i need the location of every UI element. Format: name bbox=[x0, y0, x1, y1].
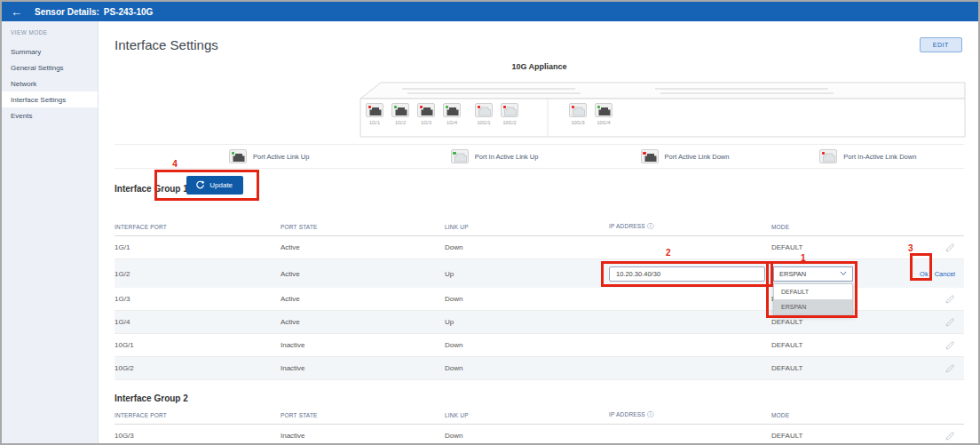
legend-port-inactive-link-up: Port In Active Link Up bbox=[374, 149, 596, 163]
table-row-10g3: 10G/3 Inactive Down DEFAULT bbox=[115, 425, 964, 443]
port-1g3: 1G/3 bbox=[416, 103, 436, 125]
sidebar: VIEW MODE Summary General Settings Netwo… bbox=[2, 21, 99, 443]
port-10g1: 10G/1 bbox=[474, 103, 494, 125]
port-10g3: 10G/3 bbox=[568, 103, 588, 125]
table-row-10g2: 10G/2 Inactive Down DEFAULT bbox=[115, 357, 964, 380]
port-icon bbox=[229, 149, 247, 163]
refresh-icon bbox=[195, 180, 205, 190]
port-cell: 1G/3 bbox=[115, 295, 281, 303]
legend-port-active-link-down: Port Active Link Down bbox=[596, 149, 786, 163]
update-button[interactable]: Update bbox=[186, 176, 243, 195]
ip-address-input[interactable] bbox=[609, 266, 765, 282]
page-title: Interface Settings bbox=[115, 37, 964, 52]
interface-group-2-title: Interface Group 2 bbox=[115, 393, 188, 403]
back-arrow-icon[interactable]: ← bbox=[11, 6, 22, 18]
table-row-1g1: 1G/1 Active Down DEFAULT bbox=[115, 236, 964, 259]
edit-icon[interactable] bbox=[944, 294, 955, 305]
legend-port-active-link-up: Port Active Link Up bbox=[115, 149, 374, 163]
mode-option-erspan[interactable]: ERSPAN bbox=[774, 299, 852, 314]
port-cell: 1G/2 bbox=[115, 270, 281, 278]
table-header: INTERFACE PORT PORT STATE LINK UP IP ADD… bbox=[115, 407, 964, 425]
ok-link[interactable]: Ok bbox=[920, 270, 929, 278]
link-cell: Down bbox=[445, 364, 609, 372]
sidebar-item-interface-settings[interactable]: Interface Settings bbox=[2, 91, 98, 107]
mode-dropdown-options: DEFAULT ERSPAN bbox=[773, 283, 853, 315]
mode-cell: DEFAULT bbox=[771, 318, 902, 326]
state-cell: Inactive bbox=[281, 364, 445, 372]
appliance-title: 10G Appliance bbox=[115, 60, 964, 71]
interface-group-1-title: Interface Group 1 bbox=[115, 184, 188, 194]
port-10g2: 10G/2 bbox=[500, 103, 519, 125]
link-cell: Up bbox=[445, 270, 609, 278]
legend-port-inactive-link-down: Port In-Active Link Down bbox=[785, 149, 964, 163]
edit-icon[interactable] bbox=[944, 317, 955, 328]
port-1g4: 1G/4 bbox=[442, 103, 462, 125]
mode-option-default[interactable]: DEFAULT bbox=[774, 284, 852, 299]
main-content: Interface Settings EDIT 10G Appliance 1G… bbox=[99, 21, 978, 443]
port-icon bbox=[819, 149, 837, 163]
state-cell: Active bbox=[281, 270, 445, 278]
interface-group-1-table: INTERFACE PORT PORT STATE LINK UP IP ADD… bbox=[115, 219, 964, 380]
edit-button[interactable]: EDIT bbox=[920, 37, 962, 52]
port-1g1: 1G/1 bbox=[365, 103, 384, 125]
mode-cell: DEFAULT bbox=[771, 364, 902, 372]
state-cell: Inactive bbox=[281, 432, 445, 440]
view-mode-label: VIEW MODE bbox=[2, 29, 98, 44]
state-cell: Active bbox=[281, 243, 445, 251]
title-bar-label: Sensor Details: bbox=[35, 7, 99, 17]
info-icon[interactable]: ⓘ bbox=[647, 222, 654, 230]
port-cell: 10G/2 bbox=[115, 364, 281, 372]
edit-icon[interactable] bbox=[944, 363, 955, 374]
chevron-down-icon bbox=[840, 271, 847, 276]
link-cell: Down bbox=[445, 341, 609, 349]
edit-icon[interactable] bbox=[944, 340, 955, 351]
port-icon bbox=[641, 149, 659, 163]
mode-select[interactable]: ERSPAN bbox=[773, 266, 853, 282]
sidebar-item-events[interactable]: Events bbox=[2, 107, 98, 123]
port-10g4: 10G/4 bbox=[594, 103, 613, 125]
port-legend: Port Active Link Up Port In Active Link … bbox=[115, 144, 964, 169]
state-cell: Active bbox=[281, 295, 445, 303]
sidebar-item-general-settings[interactable]: General Settings bbox=[2, 60, 98, 75]
appliance-diagram: 10G Appliance 1G/1 1G/2 bbox=[115, 60, 964, 142]
link-cell: Down bbox=[445, 243, 609, 251]
link-cell: Down bbox=[445, 432, 609, 440]
edit-icon[interactable] bbox=[944, 431, 955, 441]
table-row-10g1: 10G/1 Inactive Down DEFAULT bbox=[115, 334, 964, 357]
mode-cell: DEFAULT bbox=[771, 341, 902, 349]
port-cell: 10G/3 bbox=[115, 432, 281, 440]
appliance-ports: 1G/1 1G/2 1G/3 1G/4 10G/1 bbox=[365, 103, 620, 125]
port-cell: 1G/4 bbox=[115, 318, 281, 326]
port-cell: 10G/1 bbox=[115, 341, 281, 349]
table-header: INTERFACE PORT PORT STATE LINK UP IP ADD… bbox=[115, 219, 964, 236]
sidebar-item-network[interactable]: Network bbox=[2, 75, 98, 91]
edit-icon[interactable] bbox=[944, 242, 955, 253]
link-cell: Down bbox=[445, 295, 609, 303]
state-cell: Inactive bbox=[281, 341, 445, 349]
sensor-name: PS-243-10G bbox=[104, 7, 154, 17]
port-cell: 1G/1 bbox=[115, 243, 281, 251]
interface-group-2-table: INTERFACE PORT PORT STATE LINK UP IP ADD… bbox=[115, 407, 964, 443]
port-1g2: 1G/2 bbox=[391, 103, 410, 125]
mode-cell: DEFAULT bbox=[771, 432, 902, 440]
port-icon bbox=[451, 149, 469, 163]
link-cell: Up bbox=[445, 318, 609, 326]
cancel-link[interactable]: Cancel bbox=[935, 270, 955, 278]
top-bar: ← Sensor Details: PS-243-10G bbox=[2, 2, 978, 21]
sidebar-item-summary[interactable]: Summary bbox=[2, 44, 98, 60]
info-icon[interactable]: ⓘ bbox=[647, 410, 654, 418]
table-row-1g2-editing: 1G/2 Active Up 2 ERSPAN bbox=[115, 259, 964, 288]
state-cell: Active bbox=[281, 318, 445, 326]
mode-cell: DEFAULT bbox=[771, 243, 902, 251]
